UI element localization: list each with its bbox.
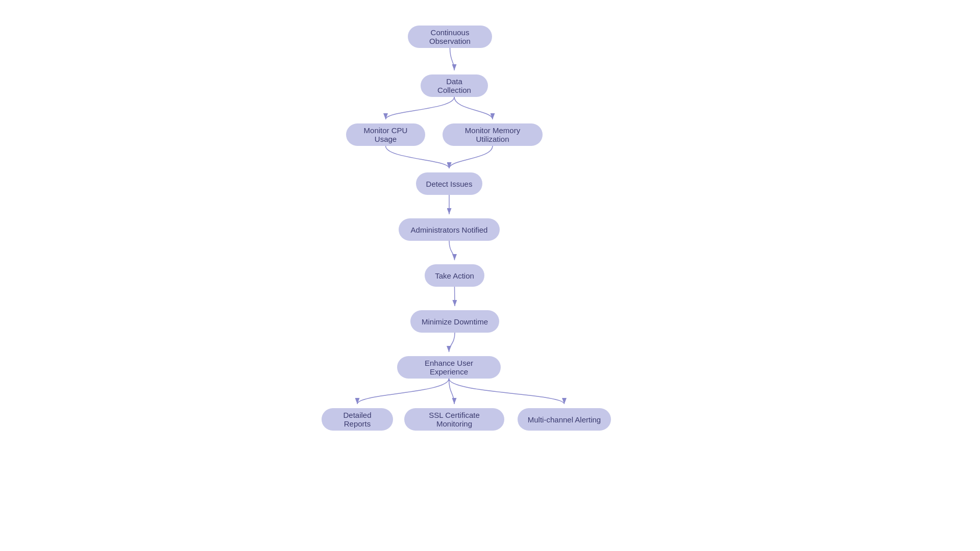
flowchart-diagram: Continuous ObservationData CollectionMon…: [311, 20, 669, 531]
connectors-svg: [311, 20, 669, 531]
node-minimize-downtime: Minimize Downtime: [410, 310, 499, 333]
node-monitor-memory: Monitor Memory Utilization: [443, 123, 543, 146]
node-take-action: Take Action: [425, 264, 484, 287]
node-admins-notified: Administrators Notified: [399, 218, 500, 241]
node-monitor-cpu: Monitor CPU Usage: [346, 123, 425, 146]
node-continuous-observation: Continuous Observation: [408, 26, 492, 48]
node-data-collection: Data Collection: [421, 74, 488, 97]
node-detailed-reports: Detailed Reports: [322, 408, 393, 431]
node-ssl-monitoring: SSL Certificate Monitoring: [404, 408, 504, 431]
node-enhance-ux: Enhance User Experience: [397, 356, 501, 379]
node-multi-channel: Multi-channel Alerting: [518, 408, 611, 431]
node-detect-issues: Detect Issues: [416, 172, 482, 195]
